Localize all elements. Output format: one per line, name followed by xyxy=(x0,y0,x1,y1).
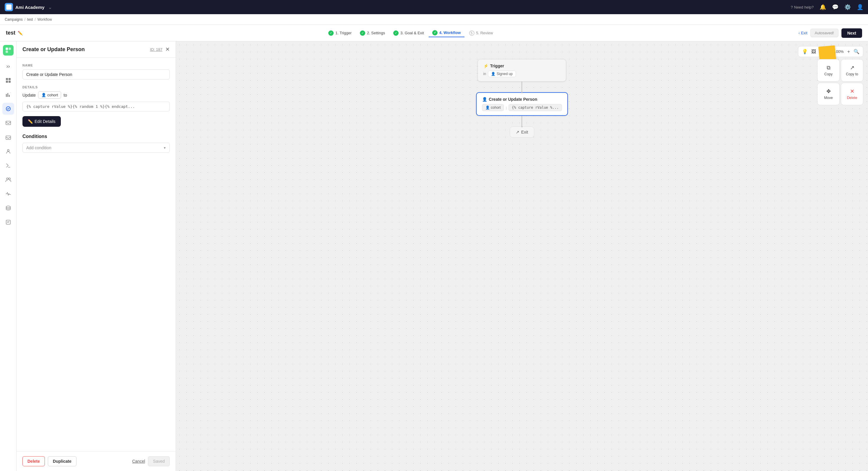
sidebar-item-audience[interactable] xyxy=(2,145,14,157)
sidebar-item-dashboard[interactable] xyxy=(2,75,14,86)
panel-footer: Delete Duplicate Cancel Saved xyxy=(17,451,176,471)
copy-button[interactable]: ⧉ Copy xyxy=(817,59,840,82)
to-label: to xyxy=(63,93,67,97)
sidebar-item-data[interactable] xyxy=(2,202,14,214)
chat-icon[interactable]: 💬 xyxy=(832,4,838,10)
conditions-section: Conditions Add condition xyxy=(23,134,170,153)
add-condition-select[interactable]: Add condition xyxy=(23,143,170,153)
main-layout: ›› xyxy=(0,41,868,471)
svg-rect-2 xyxy=(6,51,8,53)
panel-id[interactable]: ID: 187 xyxy=(150,47,162,52)
sidebar-item-automations[interactable] xyxy=(2,159,14,171)
pencil-icon: ✏️ xyxy=(28,119,33,124)
canvas-zoom-in[interactable]: + xyxy=(846,48,851,56)
copy-to-button[interactable]: ↗ Copy to xyxy=(841,59,863,82)
sidebar-item-inbox[interactable] xyxy=(2,131,14,143)
panel-close-button[interactable]: ✕ xyxy=(165,46,170,53)
delete-button[interactable]: Delete xyxy=(23,456,45,466)
copy-to-icon: ↗ xyxy=(850,64,855,71)
icon-sidebar: ›› xyxy=(0,41,17,471)
canvas[interactable]: 💡 🖼 ▦ − 100% + 🔍 ⚡ Trigger in 👤 xyxy=(176,41,868,471)
edit-title-icon[interactable]: ✏️ xyxy=(18,31,23,35)
sidebar-item-expand[interactable]: ›› xyxy=(2,60,14,72)
trigger-node[interactable]: ⚡ Trigger in 👤 Signed up xyxy=(478,59,566,82)
help-icon: ? xyxy=(790,5,793,9)
name-input[interactable] xyxy=(23,69,170,80)
copy-row: ⧉ Copy ↗ Copy to xyxy=(817,59,863,82)
breadcrumb-campaigns[interactable]: Campaigns xyxy=(5,18,23,22)
move-icon: ✥ xyxy=(826,88,831,94)
step-check-2: ✓ xyxy=(360,30,365,36)
name-label: NAME xyxy=(23,63,170,67)
sidebar-item-messages[interactable] xyxy=(2,117,14,129)
svg-rect-4 xyxy=(8,78,11,80)
sidebar-item-analytics[interactable] xyxy=(2,89,14,100)
step-check-1: ✓ xyxy=(328,30,334,36)
sidebar-item-reports[interactable] xyxy=(2,216,14,228)
duplicate-button[interactable]: Duplicate xyxy=(48,456,76,466)
next-button[interactable]: Next xyxy=(841,28,862,38)
detail-panel: Create or Update Person ID: 187 ✕ NAME D… xyxy=(17,41,176,471)
svg-rect-7 xyxy=(6,94,7,97)
copy-icon: ⧉ xyxy=(827,65,831,71)
step-trigger[interactable]: ✓ 1. Trigger xyxy=(325,29,355,37)
app-logo xyxy=(5,3,13,11)
sidebar-item-campaigns[interactable] xyxy=(2,103,14,115)
move-row: ✥ Move ✕ Delete xyxy=(817,83,863,105)
flow-container: ⚡ Trigger in 👤 Signed up 👤 Create or Upd… xyxy=(476,59,568,138)
svg-rect-10 xyxy=(10,92,11,93)
autosaved-status: Autosaved! xyxy=(810,29,838,37)
svg-rect-13 xyxy=(6,136,11,140)
svg-rect-12 xyxy=(6,121,11,125)
svg-rect-18 xyxy=(6,220,10,224)
app-name: Ami Academy xyxy=(16,5,44,10)
signed-up-badge: 👤 Signed up xyxy=(488,70,516,77)
canvas-delete-button[interactable]: ✕ Delete xyxy=(841,83,863,105)
notifications-icon[interactable]: 🔔 xyxy=(819,4,826,10)
edit-details-button[interactable]: ✏️ Edit Details xyxy=(23,116,61,127)
cohort-label-text: cohort xyxy=(47,93,58,97)
action-node-title: 👤 Create or Update Person xyxy=(482,97,562,101)
action-node[interactable]: 👤 Create or Update Person 👤 cohort : {% … xyxy=(476,92,568,116)
sidebar-item-activity[interactable] xyxy=(2,188,14,200)
badge-person-icon: 👤 xyxy=(485,106,490,110)
details-section: DETAILS Update 👤 cohort to {% capture rV… xyxy=(23,85,170,127)
breadcrumb-test[interactable]: test xyxy=(27,18,33,22)
step-workflow[interactable]: ✓ 4. Workflow xyxy=(429,29,464,37)
saved-button: Saved xyxy=(148,456,170,466)
canvas-tool-bulb[interactable]: 💡 xyxy=(801,48,809,56)
breadcrumb: Campaigns / test / Workflow xyxy=(0,14,868,25)
cancel-button[interactable]: Cancel xyxy=(132,459,145,464)
trigger-node-body: in 👤 Signed up xyxy=(483,70,561,77)
exit-chevron: ‹ xyxy=(799,31,800,35)
need-help-link[interactable]: ? Need help? xyxy=(790,5,814,9)
svg-rect-6 xyxy=(8,81,11,83)
svg-rect-3 xyxy=(6,78,8,80)
canvas-tool-image[interactable]: 🖼 xyxy=(810,48,817,56)
workflow-header: test ✏️ ✓ 1. Trigger ✓ 2. Settings ✓ 3. … xyxy=(0,25,868,41)
add-condition-wrapper: Add condition xyxy=(23,143,170,153)
top-bar-right: ? Need help? 🔔 💬 ⚙️ 👤 xyxy=(790,4,863,10)
header-actions: ‹ Exit Autosaved! Next xyxy=(799,28,862,38)
sidebar-item-users[interactable] xyxy=(2,174,14,185)
step-goal-exit[interactable]: ✓ 3. Goal & Exit xyxy=(390,29,427,37)
user-icon[interactable]: 👤 xyxy=(857,4,863,10)
sidebar-logo[interactable] xyxy=(3,45,13,56)
connector-1 xyxy=(522,82,522,92)
action-node-body: 👤 cohort : {% capture rValue %... xyxy=(482,104,562,111)
svg-point-14 xyxy=(7,149,9,151)
cohort-person-icon: 👤 xyxy=(41,93,46,97)
step-review[interactable]: 5 5. Review xyxy=(466,29,497,37)
steps-nav: ✓ 1. Trigger ✓ 2. Settings ✓ 3. Goal & E… xyxy=(27,29,794,37)
svg-point-16 xyxy=(8,178,10,180)
move-button[interactable]: ✥ Move xyxy=(817,83,840,105)
canvas-search[interactable]: 🔍 xyxy=(852,48,861,56)
panel-title: Create or Update Person xyxy=(23,47,85,53)
cohort-badge[interactable]: 👤 cohort xyxy=(38,91,61,99)
exit-button[interactable]: ‹ Exit xyxy=(799,31,807,35)
step-settings[interactable]: ✓ 2. Settings xyxy=(356,29,389,37)
settings-icon[interactable]: ⚙️ xyxy=(844,4,851,10)
update-label: Update xyxy=(23,93,36,97)
svg-point-15 xyxy=(6,178,8,180)
svg-rect-0 xyxy=(6,48,8,50)
